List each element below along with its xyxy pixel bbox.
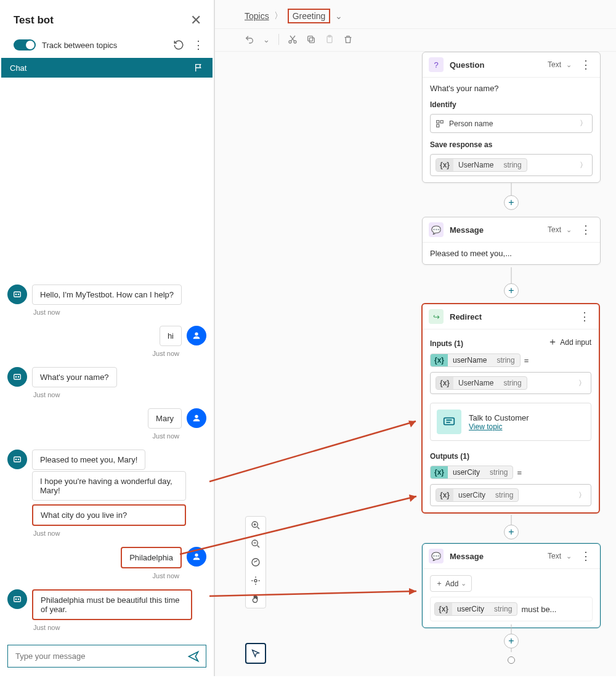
question-node[interactable]: ? Question Text⌄ ⋮ What's your name? Ide… (422, 52, 601, 183)
svg-rect-22 (440, 120, 443, 123)
track-toggle[interactable] (14, 39, 36, 50)
identify-field[interactable]: Person name 〉 (430, 114, 593, 133)
variable-chip: {x} userCity string (436, 488, 519, 502)
refresh-icon[interactable] (173, 39, 184, 50)
redirect-node[interactable]: ↪ Redirect ⋮ Inputs (1) ＋Add input {x} u… (421, 303, 600, 514)
add-node-button[interactable]: + (504, 195, 519, 210)
pan-icon[interactable] (251, 594, 261, 604)
message-icon: 💬 (429, 222, 444, 237)
add-node-button[interactable]: + (504, 283, 519, 298)
chat-tab-label: Chat (10, 63, 26, 73)
bot-avatar-icon (7, 589, 27, 609)
message-content[interactable]: {x} userCity string must be... (430, 597, 593, 621)
timestamp: Just now (7, 350, 179, 357)
more-icon[interactable]: ⋮ (578, 549, 594, 563)
timestamp: Just now (33, 530, 206, 537)
variable-chip: {x} UserName string (436, 158, 527, 172)
variable-chip: {x} UserName string (436, 376, 527, 390)
canvas-toolbar: ⌄ (215, 28, 616, 52)
bot-message-row: What's your name? (7, 367, 206, 387)
more-icon[interactable]: ⋮ (190, 38, 206, 52)
variable-name: userCity (452, 603, 489, 615)
undo-icon[interactable] (245, 34, 254, 44)
copy-icon[interactable] (306, 34, 316, 44)
chevron-down-icon[interactable]: ⌄ (263, 35, 270, 44)
user-avatar-icon (187, 408, 206, 428)
svg-point-2 (18, 294, 18, 294)
bot-avatar-icon (7, 367, 27, 387)
input-value-field[interactable]: {x} UserName string 〉 (430, 372, 591, 394)
node-header: 💬 Message Text⌄ ⋮ (423, 544, 600, 569)
variable-type: string (492, 354, 519, 366)
question-icon: ? (429, 57, 444, 72)
message-input[interactable] (8, 645, 181, 667)
add-input-button[interactable]: ＋Add input (548, 336, 591, 349)
svg-point-14 (18, 599, 18, 599)
node-type-selector[interactable]: Text⌄ (548, 552, 572, 560)
variable-icon: {x} (431, 466, 448, 478)
svg-point-5 (15, 376, 16, 377)
message-node[interactable]: 💬 Message Text⌄ ⋮ Pleased to meet you,..… (422, 217, 601, 265)
zoom-reset-icon[interactable] (251, 557, 261, 567)
chevron-right-icon: 〉 (578, 490, 586, 501)
timestamp: Just now (33, 391, 206, 398)
timestamp: Just now (33, 624, 206, 631)
chat-tab[interactable]: Chat (1, 58, 213, 78)
cut-icon[interactable] (288, 34, 298, 44)
message-text[interactable]: Pleased to meet you,... (430, 249, 593, 258)
message-node-selected[interactable]: 💬 Message Text⌄ ⋮ ＋Add⌄ {x} userCity str… (422, 543, 601, 628)
close-icon[interactable]: ✕ (190, 12, 201, 28)
view-topic-link[interactable]: View topic (469, 422, 529, 431)
breadcrumb-topics[interactable]: Topics (245, 11, 269, 21)
add-node-button[interactable]: + (504, 525, 519, 539)
bot-message-row: Hello, I'm MyTestbot. How can I help? (7, 285, 206, 305)
delete-icon[interactable] (343, 34, 353, 44)
end-node (508, 656, 515, 664)
chevron-right-icon: 〉 (580, 118, 587, 129)
user-message-row: Mary (7, 408, 206, 429)
output-value-field[interactable]: {x} userCity string 〉 (430, 484, 591, 506)
chevron-right-icon: 〉 (580, 160, 587, 171)
chevron-down-icon[interactable]: ⌄ (335, 11, 342, 21)
bot-avatar-icon (7, 285, 27, 304)
svg-point-1 (15, 294, 16, 294)
variable-name: userName (448, 354, 492, 366)
message-input-row (7, 645, 206, 668)
send-button[interactable] (181, 645, 206, 667)
topic-info: Talk to Customer View topic (469, 413, 529, 431)
variable-icon: {x} (436, 377, 453, 389)
more-icon[interactable]: ⋮ (578, 223, 594, 236)
redirect-topic-card[interactable]: Talk to Customer View topic (430, 403, 591, 441)
output-var-row: {x} userCity string = (430, 466, 591, 479)
chevron-right-icon: 〉 (274, 10, 283, 22)
fit-icon[interactable] (251, 576, 261, 586)
question-prompt[interactable]: What's your name? (430, 84, 593, 93)
message-icon: 💬 (429, 549, 444, 563)
track-label: Track between topics (42, 41, 167, 50)
message-suffix: must be... (521, 605, 556, 614)
save-variable-field[interactable]: {x} UserName string 〉 (430, 154, 593, 176)
bot-message: Pleased to meet you, Mary! (32, 450, 145, 470)
svg-rect-0 (14, 292, 21, 297)
canvas-area: Topics 〉 Greeting ⌄ ⌄ ? Question Text⌄ ⋮… (214, 0, 616, 676)
variable-name: UserName (453, 159, 498, 171)
zoom-in-icon[interactable] (251, 520, 261, 530)
panel-header: Test bot ✕ (0, 0, 214, 34)
authoring-canvas[interactable]: ? Question Text⌄ ⋮ What's your name? Ide… (215, 52, 616, 678)
user-message-row: Philadelphia (7, 547, 206, 568)
variable-icon: {x} (435, 603, 452, 615)
variable-type: string (489, 603, 517, 615)
more-icon[interactable]: ⋮ (577, 310, 593, 323)
select-tool-button[interactable] (245, 643, 266, 664)
node-type-selector[interactable]: Text⌄ (548, 225, 572, 234)
svg-point-13 (15, 599, 16, 599)
zoom-out-icon[interactable] (251, 539, 261, 549)
user-message: Mary (148, 408, 182, 429)
add-node-button[interactable]: + (504, 634, 519, 648)
add-variation-button[interactable]: ＋Add⌄ (430, 575, 472, 592)
node-type-selector[interactable]: Text⌄ (548, 60, 572, 69)
bot-message: I hope you're having a wonderful day, Ma… (32, 471, 186, 501)
more-icon[interactable]: ⋮ (578, 58, 594, 71)
paste-icon[interactable] (325, 34, 334, 44)
save-label: Save response as (430, 140, 593, 149)
